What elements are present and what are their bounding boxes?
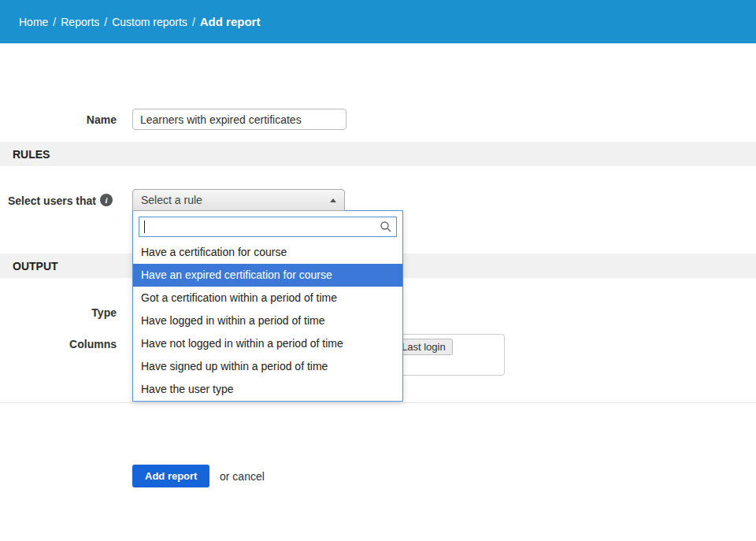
info-icon[interactable]: i: [100, 194, 113, 206]
rule-dropdown[interactable]: Select a rule: [132, 189, 345, 211]
section-divider: [0, 402, 756, 403]
breadcrumb: Home / Reports / Custom reports / Add re…: [19, 15, 260, 28]
report-name-input[interactable]: [132, 109, 346, 130]
rule-option[interactable]: Have logged in within a period of time: [133, 309, 402, 332]
text-caret: [144, 220, 145, 233]
breadcrumb-reports-link[interactable]: Reports: [61, 16, 99, 28]
rule-search-input[interactable]: [139, 217, 397, 237]
rule-option[interactable]: Have the user type: [133, 378, 402, 401]
rule-option[interactable]: Have signed up within a period of time: [133, 355, 402, 378]
breadcrumb-separator: /: [104, 16, 107, 28]
breadcrumb-bar: Home / Reports / Custom reports / Add re…: [0, 0, 756, 43]
output-section-title: OUTPUT: [13, 260, 58, 272]
select-users-label: Select users that: [0, 195, 96, 207]
rule-dropdown-value: Select a rule: [141, 194, 330, 206]
breadcrumb-current: Add report: [200, 15, 261, 28]
rule-search-wrap: [139, 217, 397, 237]
rule-dropdown-panel: Have a certification for course Have an …: [132, 210, 403, 402]
rule-option-highlighted[interactable]: Have an expired certification for course: [133, 264, 402, 287]
breadcrumb-separator: /: [53, 16, 56, 28]
breadcrumb-custom-reports-link[interactable]: Custom reports: [112, 16, 187, 28]
type-label: Type: [0, 306, 117, 319]
rule-option[interactable]: Have a certification for course: [133, 241, 402, 264]
page: Home / Reports / Custom reports / Add re…: [0, 0, 756, 541]
columns-label: Columns: [0, 338, 117, 350]
breadcrumb-separator: /: [192, 16, 195, 28]
chevron-up-icon: [330, 198, 336, 202]
search-icon: [380, 220, 392, 233]
name-label: Name: [0, 113, 117, 126]
breadcrumb-home-link[interactable]: Home: [19, 16, 48, 28]
rules-section-header: RULES: [0, 142, 756, 166]
rules-section-title: RULES: [13, 148, 50, 161]
column-tag[interactable]: Last login: [395, 339, 453, 355]
or-cancel: or cancel: [220, 470, 265, 483]
rule-option[interactable]: Got a certification within a period of t…: [133, 287, 402, 309]
rule-option[interactable]: Have not logged in within a period of ti…: [133, 332, 402, 355]
or-text: or: [220, 470, 229, 483]
cancel-link[interactable]: cancel: [232, 470, 264, 483]
rule-options-list: Have a certification for course Have an …: [133, 241, 402, 401]
add-report-button[interactable]: Add report: [132, 465, 209, 487]
